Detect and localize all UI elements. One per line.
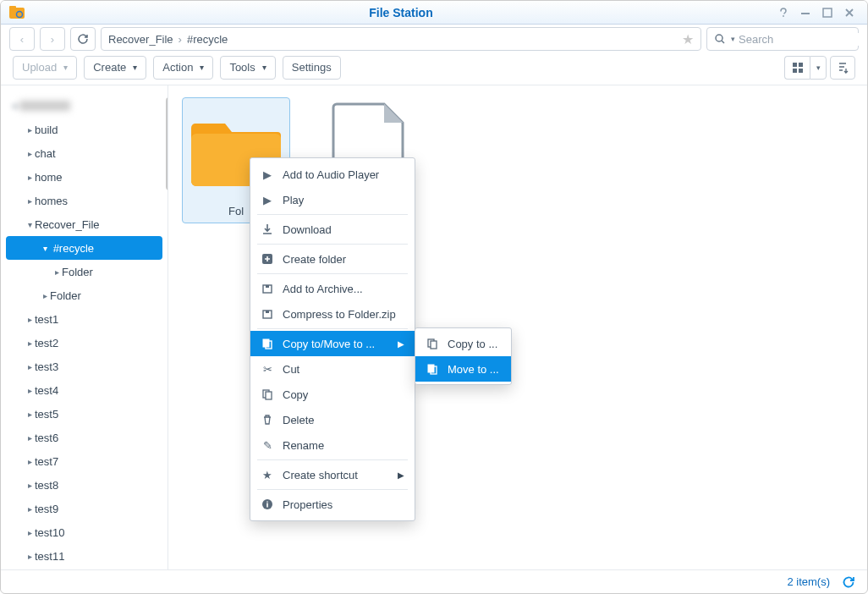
breadcrumb-seg[interactable]: Recover_File — [108, 33, 173, 46]
ctx-download[interactable]: Download — [250, 217, 415, 242]
search-box[interactable]: ▾ — [706, 27, 859, 51]
ctx-delete[interactable]: Delete — [250, 407, 415, 432]
ctx-add-archive[interactable]: Add to Archive... — [250, 276, 415, 301]
ctx-copy[interactable]: Copy — [250, 382, 415, 407]
separator — [257, 214, 408, 215]
svg-rect-20 — [266, 392, 272, 399]
reload-button[interactable] — [70, 27, 96, 51]
svg-rect-8 — [799, 63, 803, 67]
svg-rect-9 — [793, 69, 797, 73]
ctx-add-audio[interactable]: ▶Add to Audio Player — [250, 162, 415, 187]
search-icon — [714, 33, 726, 45]
tree-item-recycle[interactable]: ▾ #recycle — [6, 236, 162, 260]
titlebar: File Station — [1, 1, 867, 25]
tree-item[interactable]: ▸test6 — [1, 426, 168, 449]
svg-rect-4 — [801, 13, 810, 14]
tree-item[interactable]: ▸chat — [1, 141, 168, 165]
ctx-compress[interactable]: Compress to Folder.zip — [250, 301, 415, 327]
upload-button[interactable]: Upload▾ — [13, 56, 77, 80]
tree-item[interactable]: ▸test8 — [1, 473, 168, 497]
copy-icon — [261, 388, 274, 400]
help-button[interactable] — [774, 5, 793, 20]
window-title: File Station — [31, 6, 771, 19]
ctx-properties[interactable]: Properties — [250, 492, 415, 517]
tree-item[interactable]: ▸home — [1, 165, 168, 189]
view-mode-caret[interactable]: ▾ — [810, 56, 827, 80]
tree-item[interactable]: ▸test4 — [1, 378, 168, 402]
tree-item[interactable]: ▸test2 — [1, 331, 168, 355]
svg-point-6 — [716, 35, 722, 41]
tools-button[interactable]: Tools▾ — [220, 56, 275, 80]
chevron-right-icon: ▶ — [398, 470, 404, 480]
tree-item[interactable]: ▸test7 — [1, 449, 168, 473]
breadcrumb[interactable]: Recover_File › #recycle ★ — [101, 27, 701, 51]
minimize-button[interactable] — [796, 5, 815, 20]
separator — [257, 489, 408, 490]
favorite-star-icon[interactable]: ★ — [682, 31, 694, 47]
tree-item[interactable]: ▸Folder — [1, 283, 168, 307]
separator — [257, 459, 408, 460]
separator — [257, 244, 408, 245]
svg-rect-23 — [431, 341, 437, 349]
back-button[interactable]: ‹ — [9, 27, 35, 51]
ctx-play[interactable]: ▶Play — [250, 187, 415, 212]
separator — [257, 328, 408, 329]
ctx-cut[interactable]: ✂Cut — [250, 356, 415, 382]
submenu-copy-to[interactable]: Copy to ... — [415, 331, 511, 356]
sort-button[interactable] — [830, 56, 855, 80]
tree-item-recover[interactable]: ▾Recover_File — [1, 212, 168, 236]
app-icon — [9, 6, 25, 19]
svg-rect-7 — [793, 63, 797, 67]
svg-rect-10 — [799, 69, 803, 73]
submenu-copy-move: Copy to ... Move to ... — [415, 327, 512, 385]
close-button[interactable] — [840, 5, 859, 20]
view-mode-button[interactable] — [784, 56, 810, 80]
cut-icon: ✂ — [261, 363, 274, 376]
forward-button[interactable]: › — [40, 27, 65, 51]
svg-rect-16 — [266, 311, 269, 313]
caret-down-icon: ▾ — [63, 63, 68, 72]
maximize-button[interactable] — [818, 5, 837, 20]
search-caret-icon[interactable]: ▾ — [731, 35, 735, 43]
context-menu: ▶Add to Audio Player ▶Play Download Crea… — [250, 157, 415, 521]
tree-item[interactable]: ▸test1 — [1, 307, 168, 331]
tree-item[interactable]: ▸test12 — [1, 568, 168, 569]
tree-item[interactable]: ▸homes — [1, 189, 168, 212]
submenu-move-to[interactable]: Move to ... — [415, 356, 511, 382]
tree-root[interactable]: ▾ — [1, 94, 168, 118]
ctx-create-folder[interactable]: Create folder — [250, 246, 415, 272]
refresh-button[interactable] — [842, 575, 855, 589]
create-button[interactable]: Create▾ — [84, 56, 146, 80]
tree-item[interactable]: ▸test3 — [1, 355, 168, 378]
play-icon: ▶ — [261, 168, 274, 181]
settings-button[interactable]: Settings — [283, 56, 341, 80]
tree-item[interactable]: ▸test11 — [1, 544, 168, 568]
svg-point-3 — [783, 15, 784, 17]
action-button[interactable]: Action▾ — [153, 56, 213, 80]
tree-item[interactable]: ▸test5 — [1, 402, 168, 426]
sidebar-tree[interactable]: ▾ ▸build ▸chat ▸home ▸homes ▾Recover_Fil… — [1, 85, 168, 569]
pencil-icon: ✎ — [261, 439, 274, 452]
separator — [257, 273, 408, 274]
tree-item[interactable]: ▸test10 — [1, 520, 168, 544]
info-icon — [261, 498, 274, 510]
star-icon: ★ — [261, 469, 274, 481]
caret-down-icon: ▾ — [133, 63, 137, 72]
caret-down-icon: ▾ — [200, 63, 204, 72]
ctx-rename[interactable]: ✎Rename — [250, 432, 415, 458]
statusbar: 2 item(s) — [1, 569, 867, 593]
tree-item[interactable]: ▸build — [1, 118, 168, 141]
chevron-right-icon: › — [179, 33, 182, 46]
ctx-copy-move[interactable]: Copy to/Move to ...▶ — [250, 331, 415, 356]
tree-item[interactable]: ▸Folder — [1, 260, 168, 283]
move-to-icon — [426, 363, 439, 375]
tree-item[interactable]: ▸test9 — [1, 497, 168, 520]
breadcrumb-seg[interactable]: #recycle — [187, 33, 228, 46]
ctx-shortcut[interactable]: ★Create shortcut▶ — [250, 462, 415, 487]
play-icon: ▶ — [261, 194, 274, 206]
svg-rect-1 — [9, 6, 16, 9]
nav-toolbar: ‹ › Recover_File › #recycle ★ ▾ — [1, 25, 867, 53]
search-input[interactable] — [739, 33, 868, 46]
archive-icon — [261, 308, 274, 320]
copy-to-icon — [426, 338, 439, 349]
